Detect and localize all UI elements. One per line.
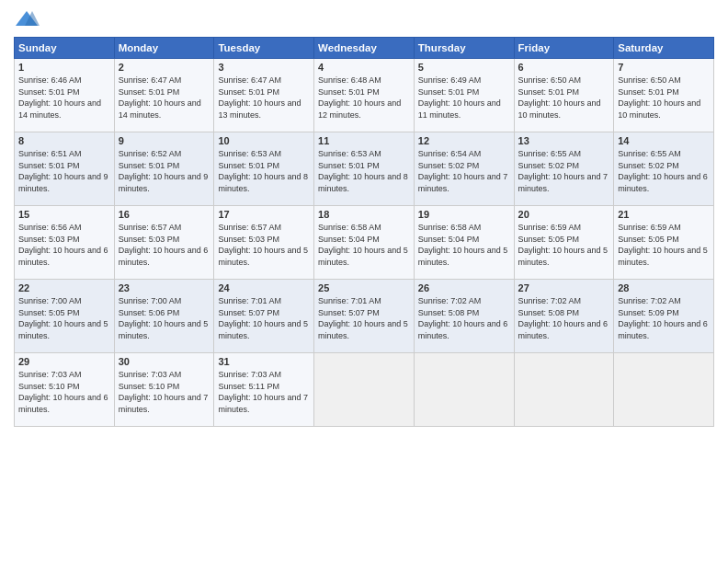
cell-content: Sunrise: 6:57 AMSunset: 5:03 PMDaylight:… <box>119 222 210 268</box>
cell-content: Sunrise: 6:54 AMSunset: 5:02 PMDaylight:… <box>418 148 510 194</box>
cell-content: Sunrise: 6:58 AMSunset: 5:04 PMDaylight:… <box>418 222 510 268</box>
calendar-cell: 26Sunrise: 7:02 AMSunset: 5:08 PMDayligh… <box>414 280 514 353</box>
calendar-cell: 30Sunrise: 7:03 AMSunset: 5:10 PMDayligh… <box>114 353 214 427</box>
calendar-table: SundayMondayTuesdayWednesdayThursdayFrid… <box>14 37 714 427</box>
calendar-cell: 23Sunrise: 7:00 AMSunset: 5:06 PMDayligh… <box>114 280 214 353</box>
logo <box>14 9 43 29</box>
weekday-header-wednesday: Wednesday <box>314 38 415 59</box>
cell-content: Sunrise: 6:57 AMSunset: 5:03 PMDaylight:… <box>218 222 310 268</box>
cell-content: Sunrise: 7:00 AMSunset: 5:05 PMDaylight:… <box>18 295 110 341</box>
day-number: 18 <box>318 209 410 220</box>
day-number: 26 <box>418 282 510 293</box>
cell-content: Sunrise: 6:52 AMSunset: 5:01 PMDaylight:… <box>119 148 210 194</box>
calendar-cell: 22Sunrise: 7:00 AMSunset: 5:05 PMDayligh… <box>15 280 115 353</box>
calendar-cell: 9Sunrise: 6:52 AMSunset: 5:01 PMDaylight… <box>114 132 214 206</box>
calendar-cell <box>514 353 614 427</box>
day-number: 19 <box>418 209 510 220</box>
cell-content: Sunrise: 6:55 AMSunset: 5:02 PMDaylight:… <box>618 148 710 194</box>
day-number: 10 <box>218 135 310 146</box>
cell-content: Sunrise: 6:50 AMSunset: 5:01 PMDaylight:… <box>518 75 610 121</box>
calendar-week-row: 22Sunrise: 7:00 AMSunset: 5:05 PMDayligh… <box>15 280 714 353</box>
day-number: 20 <box>518 209 610 220</box>
calendar-week-row: 29Sunrise: 7:03 AMSunset: 5:10 PMDayligh… <box>15 353 714 427</box>
day-number: 3 <box>218 62 310 73</box>
calendar-cell: 11Sunrise: 6:53 AMSunset: 5:01 PMDayligh… <box>314 132 415 206</box>
day-number: 9 <box>119 135 210 146</box>
day-number: 22 <box>18 282 110 293</box>
cell-content: Sunrise: 7:01 AMSunset: 5:07 PMDaylight:… <box>318 295 410 341</box>
day-number: 13 <box>518 135 610 146</box>
calendar-cell: 29Sunrise: 7:03 AMSunset: 5:10 PMDayligh… <box>15 353 115 427</box>
weekday-header-sunday: Sunday <box>15 38 115 59</box>
calendar-cell: 31Sunrise: 7:03 AMSunset: 5:11 PMDayligh… <box>214 353 314 427</box>
cell-content: Sunrise: 6:55 AMSunset: 5:02 PMDaylight:… <box>518 148 610 194</box>
calendar-cell: 4Sunrise: 6:48 AMSunset: 5:01 PMDaylight… <box>314 59 415 132</box>
cell-content: Sunrise: 7:02 AMSunset: 5:08 PMDaylight:… <box>418 295 510 341</box>
cell-content: Sunrise: 6:53 AMSunset: 5:01 PMDaylight:… <box>218 148 310 194</box>
weekday-header-friday: Friday <box>514 38 614 59</box>
calendar-cell: 3Sunrise: 6:47 AMSunset: 5:01 PMDaylight… <box>214 59 314 132</box>
day-number: 8 <box>18 135 110 146</box>
calendar-cell: 14Sunrise: 6:55 AMSunset: 5:02 PMDayligh… <box>614 132 714 206</box>
calendar-week-row: 8Sunrise: 6:51 AMSunset: 5:01 PMDaylight… <box>15 132 714 206</box>
weekday-header-saturday: Saturday <box>614 38 714 59</box>
weekday-header-row: SundayMondayTuesdayWednesdayThursdayFrid… <box>15 38 714 59</box>
day-number: 11 <box>318 135 410 146</box>
weekday-header-thursday: Thursday <box>414 38 514 59</box>
day-number: 5 <box>418 62 510 73</box>
calendar-cell: 1Sunrise: 6:46 AMSunset: 5:01 PMDaylight… <box>15 59 115 132</box>
cell-content: Sunrise: 6:59 AMSunset: 5:05 PMDaylight:… <box>618 222 710 268</box>
header <box>14 9 714 29</box>
day-number: 6 <box>518 62 610 73</box>
day-number: 4 <box>318 62 410 73</box>
calendar-week-row: 1Sunrise: 6:46 AMSunset: 5:01 PMDaylight… <box>15 59 714 132</box>
calendar-cell: 2Sunrise: 6:47 AMSunset: 5:01 PMDaylight… <box>114 59 214 132</box>
day-number: 2 <box>119 62 210 73</box>
cell-content: Sunrise: 7:03 AMSunset: 5:10 PMDaylight:… <box>119 369 210 415</box>
day-number: 1 <box>18 62 110 73</box>
cell-content: Sunrise: 6:46 AMSunset: 5:01 PMDaylight:… <box>18 75 110 121</box>
calendar-cell: 25Sunrise: 7:01 AMSunset: 5:07 PMDayligh… <box>314 280 415 353</box>
day-number: 25 <box>318 282 410 293</box>
day-number: 23 <box>119 282 210 293</box>
calendar-cell: 6Sunrise: 6:50 AMSunset: 5:01 PMDaylight… <box>514 59 614 132</box>
day-number: 7 <box>618 62 710 73</box>
calendar-cell: 5Sunrise: 6:49 AMSunset: 5:01 PMDaylight… <box>414 59 514 132</box>
cell-content: Sunrise: 7:02 AMSunset: 5:09 PMDaylight:… <box>618 295 710 341</box>
cell-content: Sunrise: 7:01 AMSunset: 5:07 PMDaylight:… <box>218 295 310 341</box>
cell-content: Sunrise: 6:59 AMSunset: 5:05 PMDaylight:… <box>518 222 610 268</box>
calendar-cell: 20Sunrise: 6:59 AMSunset: 5:05 PMDayligh… <box>514 206 614 280</box>
calendar-cell: 13Sunrise: 6:55 AMSunset: 5:02 PMDayligh… <box>514 132 614 206</box>
cell-content: Sunrise: 7:00 AMSunset: 5:06 PMDaylight:… <box>119 295 210 341</box>
calendar-week-row: 15Sunrise: 6:56 AMSunset: 5:03 PMDayligh… <box>15 206 714 280</box>
day-number: 29 <box>18 356 110 367</box>
calendar-cell: 24Sunrise: 7:01 AMSunset: 5:07 PMDayligh… <box>214 280 314 353</box>
cell-content: Sunrise: 7:03 AMSunset: 5:10 PMDaylight:… <box>18 369 110 415</box>
calendar-cell: 15Sunrise: 6:56 AMSunset: 5:03 PMDayligh… <box>15 206 115 280</box>
cell-content: Sunrise: 6:47 AMSunset: 5:01 PMDaylight:… <box>218 75 310 121</box>
day-number: 24 <box>218 282 310 293</box>
cell-content: Sunrise: 6:56 AMSunset: 5:03 PMDaylight:… <box>18 222 110 268</box>
calendar-cell: 19Sunrise: 6:58 AMSunset: 5:04 PMDayligh… <box>414 206 514 280</box>
cell-content: Sunrise: 7:02 AMSunset: 5:08 PMDaylight:… <box>518 295 610 341</box>
calendar-container: SundayMondayTuesdayWednesdayThursdayFrid… <box>0 0 728 563</box>
cell-content: Sunrise: 6:48 AMSunset: 5:01 PMDaylight:… <box>318 75 410 121</box>
logo-icon <box>14 9 40 29</box>
cell-content: Sunrise: 7:03 AMSunset: 5:11 PMDaylight:… <box>218 369 310 415</box>
day-number: 12 <box>418 135 510 146</box>
cell-content: Sunrise: 6:49 AMSunset: 5:01 PMDaylight:… <box>418 75 510 121</box>
day-number: 28 <box>618 282 710 293</box>
cell-content: Sunrise: 6:58 AMSunset: 5:04 PMDaylight:… <box>318 222 410 268</box>
calendar-cell: 28Sunrise: 7:02 AMSunset: 5:09 PMDayligh… <box>614 280 714 353</box>
calendar-cell <box>314 353 415 427</box>
calendar-cell: 18Sunrise: 6:58 AMSunset: 5:04 PMDayligh… <box>314 206 415 280</box>
calendar-cell: 10Sunrise: 6:53 AMSunset: 5:01 PMDayligh… <box>214 132 314 206</box>
calendar-cell: 17Sunrise: 6:57 AMSunset: 5:03 PMDayligh… <box>214 206 314 280</box>
calendar-cell: 27Sunrise: 7:02 AMSunset: 5:08 PMDayligh… <box>514 280 614 353</box>
cell-content: Sunrise: 6:47 AMSunset: 5:01 PMDaylight:… <box>119 75 210 121</box>
day-number: 31 <box>218 356 310 367</box>
day-number: 21 <box>618 209 710 220</box>
weekday-header-monday: Monday <box>114 38 214 59</box>
calendar-cell: 12Sunrise: 6:54 AMSunset: 5:02 PMDayligh… <box>414 132 514 206</box>
weekday-header-tuesday: Tuesday <box>214 38 314 59</box>
